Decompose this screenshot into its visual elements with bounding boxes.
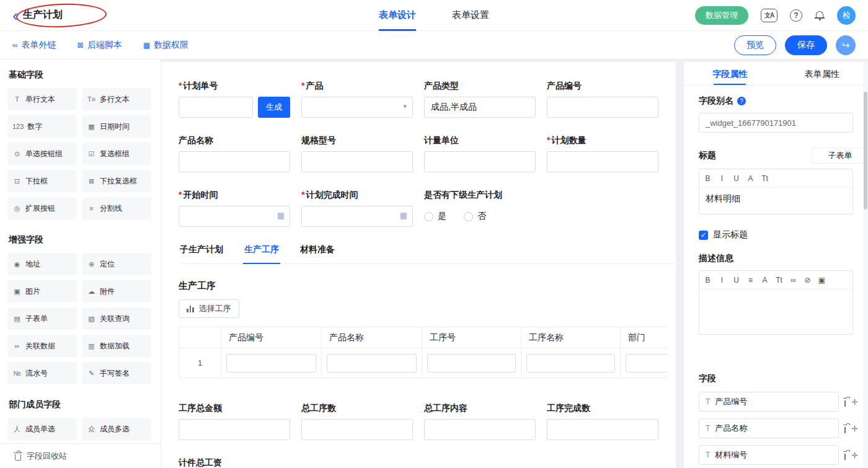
data-manage-button[interactable]: 数据管理 <box>695 6 748 25</box>
field-type-address[interactable]: ◉地址 <box>7 253 77 275</box>
field-type-single-line-text[interactable]: T单行文本 <box>7 88 77 110</box>
font-size-icon[interactable]: Tt <box>758 174 772 183</box>
preview-button[interactable]: 预览 <box>734 35 776 55</box>
bell-icon[interactable] <box>815 11 825 20</box>
italic-icon[interactable]: I <box>715 174 729 183</box>
select-process-button[interactable]: 选择工序 <box>179 299 239 318</box>
field-type-attachment[interactable]: ☁附件 <box>82 280 151 302</box>
field-total-process-content[interactable]: 总工序内容 <box>424 403 536 440</box>
checkbox-checked-icon[interactable] <box>699 231 708 240</box>
save-button[interactable]: 保存 <box>785 35 827 55</box>
product-select-input[interactable] <box>301 97 413 118</box>
field-type-multi-line-text[interactable]: T≡多行文本 <box>82 88 151 110</box>
field-product-name[interactable]: 产品名称 <box>179 135 290 172</box>
help-icon[interactable]: ? <box>790 9 802 22</box>
move-field-icon[interactable]: ✛ <box>851 398 858 406</box>
start-time-picker[interactable]: ▦ <box>179 206 290 227</box>
subform-field-product-name[interactable]: T 产品名称 <box>699 418 839 438</box>
field-type-linked-data[interactable]: ∞关联数据 <box>7 335 77 357</box>
process-total-amount-input[interactable] <box>179 419 290 440</box>
description-editor-content[interactable] <box>699 289 852 334</box>
field-type-multi-dropdown[interactable]: ⊠下拉复选框 <box>82 170 151 192</box>
field-type-dropdown[interactable]: ⊡下拉框 <box>7 170 77 192</box>
field-type-divider[interactable]: ≡分割线 <box>82 197 151 219</box>
data-permission-link[interactable]: ▦ 数据权限 <box>143 40 188 51</box>
bold-icon[interactable]: B <box>701 276 715 285</box>
move-field-icon[interactable]: ✛ <box>851 451 858 459</box>
field-finish-time[interactable]: *计划完成时间 ▦ <box>301 190 413 227</box>
total-process-content-input[interactable] <box>424 419 536 440</box>
cell-product-name-input[interactable] <box>327 354 417 373</box>
field-type-number[interactable]: 123数字 <box>7 115 77 138</box>
field-plan-number[interactable]: *计划单号 生成 <box>179 81 290 118</box>
link-icon[interactable]: ∞ <box>786 276 800 285</box>
field-type-location[interactable]: ⊕定位 <box>82 253 151 275</box>
field-type-checkbox-group[interactable]: ☑复选框组 <box>82 143 151 165</box>
finish-time-picker[interactable]: ▦ <box>301 206 413 227</box>
widget-type-tag[interactable]: 子表单 <box>812 148 868 164</box>
bold-icon[interactable]: B <box>701 174 715 183</box>
underline-icon[interactable]: U <box>729 174 743 183</box>
field-has-sub-plan[interactable]: 是否有下级生产计划 是 否 <box>424 190 536 227</box>
cell-product-code-input[interactable] <box>226 354 316 373</box>
delete-field-icon[interactable] <box>844 454 846 460</box>
alias-input[interactable] <box>699 113 853 133</box>
avatar[interactable]: 检 <box>837 6 856 25</box>
unlink-icon[interactable]: ⊘ <box>800 276 815 285</box>
field-process-done-count[interactable]: 工序完成数 <box>547 403 658 440</box>
plan-number-input[interactable] <box>179 97 253 118</box>
tab-form-design[interactable]: 表单设计 <box>379 0 416 31</box>
delete-field-icon[interactable] <box>844 400 846 407</box>
total-process-count-input[interactable] <box>301 419 413 440</box>
cell-process-name-input[interactable] <box>526 354 615 373</box>
radio-no[interactable]: 否 <box>464 211 486 222</box>
product-name-input[interactable] <box>179 151 290 172</box>
field-recycle-bin[interactable]: 字段回收站 <box>0 443 161 468</box>
field-unit[interactable]: 计量单位 <box>424 135 536 172</box>
process-done-count-input[interactable] <box>547 419 658 440</box>
field-type-extend-button[interactable]: ◎扩展按钮 <box>7 197 77 219</box>
delete-field-icon[interactable] <box>844 427 846 433</box>
cell-department-input[interactable] <box>626 354 668 373</box>
field-type-signature[interactable]: ✎手写签名 <box>82 362 151 384</box>
tab-material-preparation[interactable]: 材料准备 <box>299 244 336 263</box>
underline-icon[interactable]: U <box>729 276 743 285</box>
image-icon[interactable]: ▣ <box>815 276 829 285</box>
field-type-serial-number[interactable]: №流水号 <box>7 362 77 384</box>
move-field-icon[interactable]: ✛ <box>851 425 858 433</box>
font-size-icon[interactable]: Tt <box>772 276 786 285</box>
subform-field-product-code[interactable]: T 产品编号 <box>699 392 839 412</box>
finish-time-input[interactable] <box>301 206 413 227</box>
field-type-member-single[interactable]: 人成员单选 <box>7 418 77 440</box>
unit-input[interactable] <box>424 151 536 172</box>
field-spec-model[interactable]: 规格型号 <box>301 135 413 172</box>
tab-form-properties[interactable]: 表单属性 <box>776 62 868 85</box>
plan-quantity-input[interactable] <box>547 151 658 172</box>
tab-production-process[interactable]: 生产工序 <box>243 244 280 264</box>
start-time-input[interactable] <box>179 206 290 227</box>
field-product[interactable]: *产品 ▾ <box>301 81 413 118</box>
field-process-total-amount[interactable]: 工序总金额 <box>179 403 290 440</box>
product-code-input[interactable] <box>547 97 658 118</box>
panel-scrollbar-thumb[interactable] <box>864 92 867 210</box>
font-color-icon[interactable]: A <box>743 174 758 183</box>
tab-sub-production-plan[interactable]: 子生产计划 <box>179 244 224 263</box>
field-start-time[interactable]: *开始时间 ▦ <box>179 190 290 227</box>
field-type-linked-query[interactable]: ▧关联查询 <box>82 307 151 330</box>
alias-help-icon[interactable]: ? <box>737 97 746 105</box>
spec-model-input[interactable] <box>301 151 413 172</box>
subform-field-material-code[interactable]: T 材料编号 <box>699 445 839 465</box>
field-type-image[interactable]: ▣图片 <box>7 280 77 302</box>
font-color-icon[interactable]: A <box>758 276 772 285</box>
product-select[interactable]: ▾ <box>301 97 413 118</box>
radio-yes[interactable]: 是 <box>424 211 446 222</box>
form-external-link[interactable]: ∞ 表单外链 <box>12 40 56 51</box>
tab-field-properties[interactable]: 字段属性 <box>684 62 776 85</box>
italic-icon[interactable]: I <box>715 276 729 285</box>
field-type-data-load[interactable]: ▥数据加载 <box>82 335 151 357</box>
product-type-input[interactable] <box>424 97 536 118</box>
back-icon[interactable]: ‹ <box>12 2 18 29</box>
generate-button[interactable]: 生成 <box>258 97 290 118</box>
backend-script-link[interactable]: ⊠ 后端脚本 <box>78 40 122 51</box>
tab-form-settings[interactable]: 表单设置 <box>452 0 489 31</box>
